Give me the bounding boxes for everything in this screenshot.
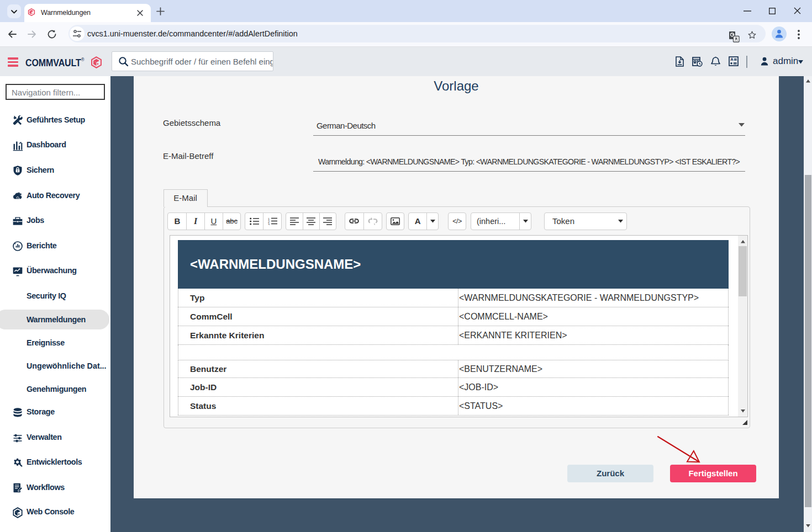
svg-text:3: 3 bbox=[268, 223, 270, 226]
svg-text:A: A bbox=[730, 57, 734, 62]
